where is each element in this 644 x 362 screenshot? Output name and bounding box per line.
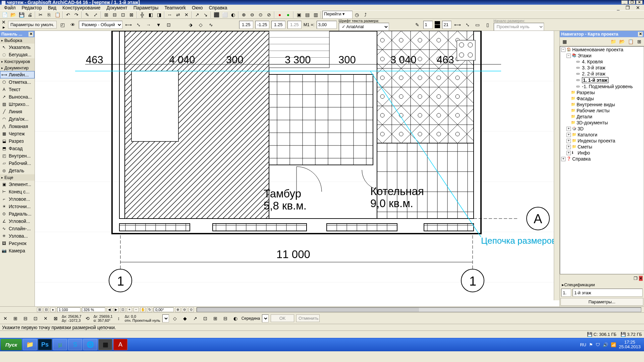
info-close[interactable]: ✕ xyxy=(1,20,6,24)
tool-l[interactable]: ↘ xyxy=(202,11,210,18)
zoom-pan[interactable]: ✋ xyxy=(140,307,146,312)
tool-text[interactable]: AТекст xyxy=(0,86,35,93)
tool-wand[interactable]: ✎ xyxy=(83,11,91,18)
dim-opt-4[interactable]: ▯ xyxy=(484,21,492,28)
menu-edit[interactable]: Редактор xyxy=(19,5,44,11)
tool-t[interactable]: ● xyxy=(276,11,284,18)
tool-draw[interactable]: ▦Чертеж xyxy=(0,130,35,137)
tool-u[interactable]: ● xyxy=(284,11,292,18)
marker-2[interactable]: ◇ xyxy=(197,21,205,28)
marker-1[interactable]: ⬗ xyxy=(187,21,195,28)
group-more[interactable]: Еще xyxy=(0,174,35,181)
tool-i[interactable]: ⇄ xyxy=(174,11,182,18)
zoom-out[interactable]: − xyxy=(133,307,139,312)
tree-3d[interactable]: +🎲3D xyxy=(560,126,644,132)
task-explorer[interactable]: 📁 xyxy=(23,339,37,350)
tool-k[interactable]: ↗ xyxy=(193,11,201,18)
tree-estimates[interactable]: +📁Сметы xyxy=(560,144,644,150)
tool-h[interactable]: ↔ xyxy=(166,11,174,18)
tool-hatch[interactable]: ▨Штрихо... xyxy=(0,101,35,108)
canvas-scroll-v[interactable] xyxy=(554,31,559,300)
swatch-1[interactable] xyxy=(435,21,440,24)
layer-select[interactable]: Размер - Общий xyxy=(79,21,122,29)
layer-icon[interactable]: ◰ xyxy=(59,21,67,28)
tool-spline[interactable]: ∿Сплайн-... xyxy=(0,225,35,232)
spec-row-num[interactable] xyxy=(561,289,571,297)
tool-d[interactable]: ⊠ xyxy=(127,11,136,18)
tool-leader[interactable]: ↗Выносна... xyxy=(0,93,35,101)
tool-element[interactable]: ▣Элемент... xyxy=(0,181,35,188)
tool-elev[interactable]: ⬡Отметка... xyxy=(0,78,35,86)
snap-b1[interactable]: ◇ xyxy=(171,315,179,322)
menu-view[interactable]: Вид xyxy=(45,5,59,11)
zoom-scale[interactable] xyxy=(57,307,80,312)
tool-y[interactable]: ⤴ xyxy=(361,11,369,18)
tree-sheets[interactable]: 📁Рабочие листы xyxy=(560,108,644,114)
dim-mode-1[interactable]: ⟷ xyxy=(124,21,132,28)
tray-date[interactable]: 25.04.2013 xyxy=(619,345,641,349)
snap-b5[interactable]: ⊞ xyxy=(211,315,219,322)
tool-j[interactable]: ✕ xyxy=(182,11,191,18)
dim-mode-2[interactable]: ⤡ xyxy=(135,21,143,28)
dim-opt-2[interactable]: ⤡ xyxy=(464,21,472,28)
tool-a[interactable]: ⊞ xyxy=(102,11,110,18)
dim-opt-3[interactable]: ▭ xyxy=(474,21,482,28)
zoom-btn-1[interactable]: ⊞ xyxy=(37,307,42,312)
tool-m[interactable]: ⬛ xyxy=(212,11,220,18)
new-button[interactable]: 📄 xyxy=(1,11,9,18)
undo-button[interactable]: ↶ xyxy=(64,11,72,18)
dim-mode-5[interactable]: ⊡ xyxy=(165,21,173,28)
nav-btn-3[interactable]: 📋 xyxy=(627,38,635,45)
tool-angular[interactable]: ∠Угловой... xyxy=(0,218,35,225)
tool-q[interactable]: ⊖ xyxy=(248,11,256,18)
pen-icon-1[interactable]: ✎ xyxy=(413,21,421,28)
snap-b4[interactable]: ⊡ xyxy=(201,315,209,322)
nav-btn-1[interactable]: 📁 xyxy=(609,38,617,45)
tree-f4[interactable]: ▭4. Кровля xyxy=(560,59,644,65)
dim-mode-3[interactable]: → xyxy=(145,21,153,28)
scale-input[interactable] xyxy=(317,21,337,29)
tool-marquee[interactable]: ◌Бегущая... xyxy=(0,51,35,58)
params-button[interactable]: Параметры... xyxy=(560,298,643,306)
project-tree[interactable]: −🏠Наименование проекта −📚Этажи ▭4. Кровл… xyxy=(560,46,644,274)
coord-b1[interactable]: ⊞ xyxy=(11,315,19,322)
pen-a[interactable] xyxy=(423,21,433,29)
swatch-2[interactable] xyxy=(435,25,440,28)
specs-close[interactable]: ✕ xyxy=(639,276,643,281)
zoom-fit[interactable]: ⊡ xyxy=(120,307,125,312)
coord-b3[interactable]: ⊡ xyxy=(32,315,40,322)
restore-button[interactable]: ❐ xyxy=(629,0,635,4)
tree-details[interactable]: 📁Детали xyxy=(560,114,644,120)
zoom-btn-3[interactable]: ▸ xyxy=(50,307,56,312)
coord-b7[interactable]: ↕ xyxy=(115,315,123,322)
pen-b[interactable] xyxy=(442,21,451,29)
tool-poly[interactable]: ⋀Ломаная xyxy=(0,123,35,130)
tray-icon-1[interactable]: ⚑ xyxy=(589,342,593,347)
zoom-in[interactable]: + xyxy=(127,307,132,312)
cut-button[interactable]: ✂ xyxy=(37,11,45,18)
mdi-close-button[interactable]: ✕ xyxy=(633,5,643,11)
zoom-x3[interactable]: ⊙ xyxy=(189,307,194,312)
tool-picture[interactable]: 🖼Рисунок xyxy=(0,240,35,247)
menu-document[interactable]: Документ xyxy=(104,5,130,11)
tree-floors[interactable]: −📚Этажи xyxy=(560,53,644,59)
tool-view1[interactable]: ▣ xyxy=(295,11,303,18)
default-params-button[interactable]: Параметры по умолч. xyxy=(8,21,57,28)
coord-b5[interactable]: ⊠ xyxy=(52,315,60,322)
task-chrome[interactable]: 🌐 xyxy=(83,339,97,350)
nav-tab-1[interactable]: ▦ xyxy=(560,38,569,45)
tool-line[interactable]: ╱Линия xyxy=(0,108,35,115)
tool-interior[interactable]: ◰Внутрен... xyxy=(0,152,35,160)
drawing-canvas[interactable]: 463 4 040 300 3 300 300 3 040 463 Тамбур… xyxy=(35,31,559,306)
font-select[interactable]: ✓ ArialArial xyxy=(339,23,389,31)
snap-b2[interactable]: ◆ xyxy=(181,315,189,322)
copy-button[interactable]: ⎘ xyxy=(45,11,53,18)
tree-f3[interactable]: ▭3. 3-й этаж xyxy=(560,65,644,71)
dim-val-b[interactable] xyxy=(255,21,269,29)
zoom-fwd[interactable]: ▶ xyxy=(113,307,119,312)
tool-g[interactable]: ◨ xyxy=(155,11,163,18)
group-construct[interactable]: Конструиров xyxy=(0,58,35,65)
menu-design[interactable]: Конструирование xyxy=(60,5,103,11)
tool-end[interactable]: ⊢Конец с... xyxy=(0,188,35,195)
tray-icon-3[interactable]: 🔊 xyxy=(603,342,608,347)
